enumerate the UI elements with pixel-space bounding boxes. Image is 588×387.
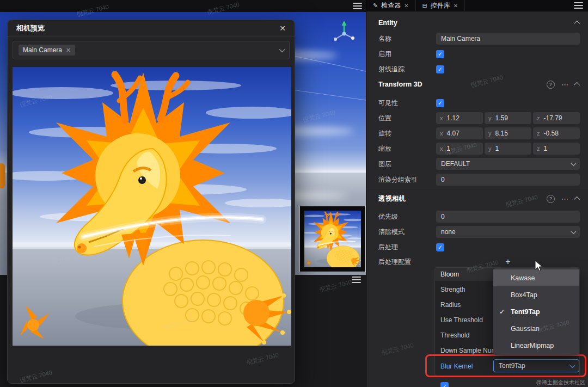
rotation-y-field[interactable]: y8.15 — [485, 127, 531, 139]
axis-x-label: x — [440, 115, 443, 121]
scale-z-value: 1 — [544, 145, 548, 152]
entity-section-header[interactable]: Entity — [378, 16, 580, 29]
camera-tag[interactable]: Main Camera ✕ — [19, 45, 75, 56]
rotation-row: 旋转 x4.07 y8.15 z-0.58 — [378, 127, 580, 140]
raycast-checkbox[interactable]: ✓ — [436, 65, 444, 73]
chevron-up-icon[interactable] — [574, 21, 580, 27]
check-icon: ✓ — [499, 308, 505, 316]
blur-kernel-dropdown-menu: Kawase Box4Tap ✓ Tent9Tap Gaussian Linea… — [493, 268, 579, 355]
menu-item-label: Gaussian — [511, 325, 540, 333]
bloom-radius-label: Radius — [440, 298, 461, 311]
tab-library[interactable]: ⊟ 控件库 ✕ — [416, 0, 465, 11]
position-x-value: 1.12 — [447, 114, 460, 122]
orientation-gizmo[interactable] — [329, 20, 359, 47]
chevron-up-icon[interactable] — [574, 82, 580, 88]
camera-header-label: 透视相机 — [378, 194, 406, 204]
tag-close-icon[interactable]: ✕ — [66, 47, 71, 54]
chevron-up-icon[interactable] — [574, 196, 580, 202]
chevron-down-icon — [571, 228, 577, 234]
inspector-panel: ✎ 检查器 ✕ ⊟ 控件库 ✕ Entity 名称 Main Camera 启用… — [366, 0, 588, 387]
dialog-title: 相机预览 — [16, 23, 45, 33]
layer-value: DEFAULT — [441, 160, 470, 168]
transform-section-header[interactable]: Transform 3D ? ⋯ — [378, 78, 580, 91]
scale-x-value: 1 — [447, 145, 451, 152]
position-x-field[interactable]: x1.12 — [436, 112, 483, 124]
enabled-row: 启用 ✓ — [378, 47, 580, 60]
name-row: 名称 Main Camera — [378, 32, 580, 45]
layer-select[interactable]: DEFAULT — [436, 158, 580, 170]
check-icon: ✓ — [438, 100, 443, 106]
priority-label: 优先级 — [378, 212, 436, 222]
visible-label: 可见性 — [378, 99, 436, 108]
blur-kernel-value: Tent9Tap — [499, 362, 525, 370]
enabled-label: 启用 — [378, 50, 436, 59]
help-icon[interactable]: ? — [547, 81, 555, 89]
tab-close-icon[interactable]: ✕ — [454, 3, 458, 9]
menu-item-label: Tent9Tap — [511, 308, 540, 316]
close-icon[interactable]: ✕ — [279, 24, 286, 33]
menu-item-box4tap[interactable]: Box4Tap — [493, 286, 579, 303]
render-group-field[interactable]: 0 — [436, 174, 580, 186]
enabled-checkbox[interactable]: ✓ — [436, 50, 444, 58]
mouse-cursor — [535, 260, 543, 272]
tabbar-menu-icon[interactable] — [574, 2, 583, 9]
viewport-menu-icon[interactable] — [353, 3, 362, 9]
tab-inspector[interactable]: ✎ 检查器 ✕ — [366, 0, 416, 11]
scale-row: 缩放 x1 y1 z1 — [378, 142, 580, 155]
menu-item-gaussian[interactable]: Gaussian — [493, 320, 579, 337]
menu-item-tent9tap[interactable]: ✓ Tent9Tap — [493, 303, 579, 320]
render-group-row: 渲染分组索引 0 — [378, 173, 580, 186]
check-icon: ✓ — [442, 383, 447, 387]
position-y-field[interactable]: y1.59 — [485, 112, 531, 124]
scene-object-edge — [0, 163, 5, 188]
panel-tabbar: ✎ 检查器 ✕ ⊟ 控件库 ✕ — [366, 0, 588, 11]
clear-mode-select[interactable]: none — [436, 226, 580, 238]
tab-inspector-label: 检查器 — [381, 1, 401, 10]
post-config-row: 后处理配置 + — [378, 255, 580, 268]
check-icon: ✓ — [438, 244, 443, 250]
more-icon[interactable]: ⋯ — [561, 81, 569, 89]
position-row: 位置 x1.12 y1.59 z-17.79 — [378, 112, 580, 125]
chevron-down-icon — [571, 160, 577, 166]
position-label: 位置 — [378, 114, 436, 123]
plus-icon: + — [505, 257, 510, 267]
panel-menu-icon[interactable] — [352, 277, 361, 283]
scale-x-field[interactable]: x1 — [436, 143, 483, 155]
post-config-label: 后处理配置 — [378, 257, 436, 267]
layer-row: 图层 DEFAULT — [378, 157, 580, 170]
rotation-z-field[interactable]: z-0.58 — [533, 127, 580, 139]
rotation-z-value: -0.58 — [544, 130, 559, 137]
bloom-threshold-label: Threshold — [440, 329, 469, 342]
axis-y-label: y — [488, 145, 492, 152]
axis-z-label: z — [537, 145, 540, 152]
scale-z-field[interactable]: z1 — [533, 143, 580, 155]
bloom-use-threshold-label: Use Threshold — [440, 314, 483, 327]
visible-checkbox[interactable]: ✓ — [436, 99, 444, 107]
more-icon[interactable]: ⋯ — [561, 195, 569, 203]
section-divider — [366, 189, 588, 189]
name-field[interactable]: Main Camera — [436, 33, 580, 45]
scale-y-field[interactable]: y1 — [485, 143, 531, 155]
partial-checkbox[interactable]: ✓ — [440, 382, 449, 387]
blur-kernel-select[interactable]: Tent9Tap — [493, 359, 579, 372]
pencil-icon: ✎ — [373, 2, 378, 9]
menu-item-kawase[interactable]: Kawase — [493, 269, 579, 286]
rotation-x-field[interactable]: x4.07 — [436, 127, 483, 139]
camera-preview-thumbnail[interactable] — [299, 206, 366, 272]
tab-close-icon[interactable]: ✕ — [404, 3, 408, 9]
bloom-header-label: Bloom — [440, 271, 459, 278]
post-process-checkbox[interactable]: ✓ — [436, 243, 444, 251]
camera-section-header[interactable]: 透视相机 ? ⋯ — [378, 192, 580, 205]
position-z-field[interactable]: z-17.79 — [533, 112, 580, 124]
name-label: 名称 — [378, 34, 436, 44]
camera-preview-render — [13, 67, 291, 346]
position-y-value: 1.59 — [495, 114, 508, 122]
priority-field[interactable]: 0 — [436, 211, 580, 223]
help-icon[interactable]: ? — [547, 195, 555, 203]
menu-item-label: LinearMipmap — [511, 342, 554, 349]
menu-item-linearmipmap[interactable]: LinearMipmap — [493, 337, 579, 354]
axis-y-label: y — [488, 130, 492, 137]
add-post-config-button[interactable]: + — [436, 257, 580, 267]
camera-preview-thumbnail-image — [304, 211, 361, 267]
camera-select[interactable]: Main Camera ✕ — [13, 41, 290, 59]
